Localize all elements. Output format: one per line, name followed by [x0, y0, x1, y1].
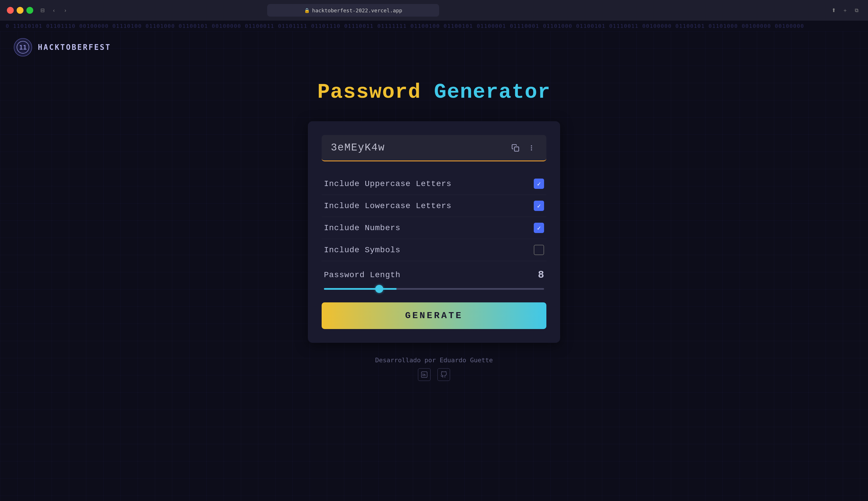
logo: 11 [14, 38, 32, 56]
svg-point-3 [531, 149, 532, 150]
checkbox-lowercase[interactable] [534, 201, 544, 211]
browser-nav-controls: ⊟ ‹ › [38, 6, 70, 15]
slider-container [322, 286, 546, 298]
linkedin-icon[interactable] [418, 368, 431, 381]
option-uppercase: Include Uppercase Letters [322, 173, 546, 195]
traffic-light-minimize[interactable] [17, 7, 23, 14]
options-container: Include Uppercase Letters Include Lowerc… [322, 173, 546, 298]
checkbox-uppercase[interactable] [534, 179, 544, 189]
back-button[interactable]: ‹ [49, 6, 58, 15]
title-generator: Generator [434, 81, 551, 104]
card-container: Password Generator 3eMEyK4w [0, 81, 868, 381]
footer-credit: Desarrollado por Eduardo Guette [375, 356, 493, 364]
traffic-light-close[interactable] [7, 7, 14, 14]
new-tab-button[interactable]: ＋ [840, 6, 850, 15]
password-card: 3eMEyK4w [308, 121, 560, 343]
tab-overview-button[interactable]: ⧉ [852, 6, 861, 15]
option-numbers: Include Numbers [322, 217, 546, 239]
password-display: 3eMEyK4w [322, 135, 546, 161]
svg-rect-0 [515, 147, 519, 151]
sidebar-toggle-button[interactable]: ⊟ [38, 6, 47, 15]
length-value: 8 [538, 269, 544, 281]
lock-icon: 🔒 [304, 8, 310, 13]
page-title: Password Generator [317, 81, 551, 104]
site-name: HACKTOBERFEST [38, 43, 111, 52]
length-slider[interactable] [324, 288, 544, 290]
checkbox-symbols[interactable] [534, 245, 544, 255]
address-bar[interactable]: 🔒 hacktoberfest-2022.vercel.app [267, 4, 439, 17]
github-icon[interactable] [437, 368, 450, 381]
option-numbers-label: Include Numbers [324, 224, 400, 233]
logo-icon: 11 [17, 41, 29, 54]
binary-ticker: 0 11010101 01101110 00100000 01110100 01… [0, 21, 868, 31]
option-lowercase: Include Lowercase Letters [322, 195, 546, 217]
svg-point-1 [531, 145, 532, 147]
generate-button[interactable]: GENERATE [322, 302, 546, 329]
option-lowercase-label: Include Lowercase Letters [324, 202, 451, 210]
traffic-lights [7, 7, 33, 14]
url-text: hacktoberfest-2022.vercel.app [312, 8, 402, 13]
length-section: Password Length 8 [322, 263, 546, 298]
title-password: Password [317, 81, 434, 104]
more-options-button[interactable] [526, 142, 537, 153]
checkbox-numbers[interactable] [534, 223, 544, 233]
svg-point-2 [531, 147, 532, 148]
password-actions [510, 142, 537, 153]
password-value: 3eMEyK4w [331, 142, 385, 153]
browser-chrome: ⊟ ‹ › 🔒 hacktoberfest-2022.vercel.app ⬆ … [0, 0, 868, 21]
length-label: Password Length [324, 270, 400, 279]
option-symbols: Include Symbols [322, 239, 546, 261]
length-row: Password Length 8 [322, 263, 546, 286]
browser-right-controls: ⬆ ＋ ⧉ [829, 6, 861, 15]
copy-button[interactable] [510, 142, 521, 153]
footer-icons [418, 368, 450, 381]
forward-button[interactable]: › [61, 6, 70, 15]
nav-bar: 11 HACKTOBERFEST [0, 31, 868, 63]
main-content: 11 HACKTOBERFEST Password Generator 3eME… [0, 31, 868, 501]
traffic-light-maximize[interactable] [26, 7, 33, 14]
footer: Desarrollado por Eduardo Guette [375, 356, 493, 381]
option-symbols-label: Include Symbols [324, 246, 400, 255]
share-button[interactable]: ⬆ [829, 6, 838, 15]
option-uppercase-label: Include Uppercase Letters [324, 179, 451, 188]
